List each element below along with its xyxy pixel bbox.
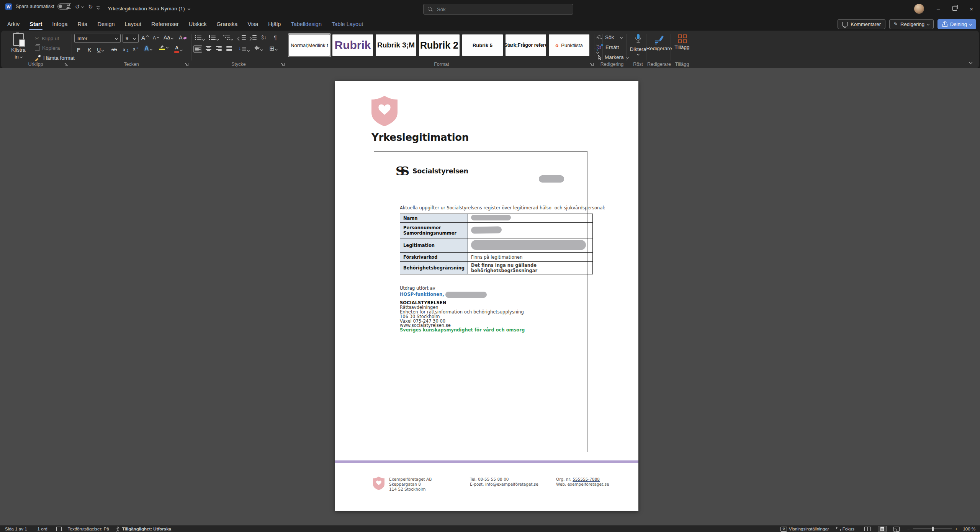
dictate-button[interactable]: Diktera [628, 34, 648, 55]
text-effects-button[interactable]: A [144, 45, 152, 52]
tab-visa[interactable]: Visa [242, 18, 263, 31]
clipboard-dialog-launcher[interactable] [65, 62, 69, 66]
word-logo-icon[interactable]: W [5, 3, 12, 10]
cut-button[interactable]: ✂ Klipp ut [35, 35, 59, 41]
strikethrough-button[interactable]: ab [111, 47, 117, 52]
tab-hjalp[interactable]: Hjälp [263, 18, 286, 31]
zoom-slider[interactable] [913, 529, 952, 529]
underline-button[interactable]: U [97, 47, 104, 53]
line-spacing-button[interactable]: ↕ [239, 46, 249, 51]
style-rubrik[interactable]: Rubrik [332, 34, 373, 56]
redo-button[interactable]: ↻ [88, 4, 93, 10]
hosp-link[interactable]: HOSP-funktionen, [400, 292, 444, 297]
web-layout-button[interactable] [893, 527, 900, 532]
accessibility-button[interactable]: Tillgänglighet: Utforska [115, 527, 171, 532]
tab-granska[interactable]: Granska [212, 18, 243, 31]
decrease-indent-button[interactable] [238, 35, 246, 40]
document-title[interactable]: Yrkeslegitimation Sara Nyman (1) [108, 6, 190, 11]
shrink-font-button[interactable]: A [153, 35, 159, 41]
align-center-button[interactable] [206, 46, 211, 51]
undo-button[interactable]: ↺ [75, 4, 83, 10]
align-right-button[interactable] [216, 46, 222, 51]
read-mode-button[interactable] [864, 527, 871, 531]
bullet-list-button[interactable] [195, 35, 205, 40]
search-input[interactable] [436, 6, 553, 13]
avatar[interactable] [914, 4, 924, 14]
autosave-control[interactable]: Spara automatiskt [16, 3, 70, 10]
justify-button[interactable] [226, 46, 232, 51]
bold-button[interactable]: F [77, 47, 80, 53]
multilevel-list-button[interactable] [223, 35, 233, 40]
print-layout-button[interactable] [878, 526, 887, 532]
font-color-button[interactable]: A [174, 45, 182, 53]
italic-button[interactable]: K [88, 47, 91, 53]
qat-overflow-button[interactable] [97, 7, 100, 9]
superscript-button[interactable]: x2 [133, 46, 139, 52]
focus-button[interactable]: Fokus [836, 527, 854, 531]
tab-infoga[interactable]: Infoga [47, 18, 72, 31]
collapse-ribbon-button[interactable] [969, 58, 972, 65]
font-size-select[interactable]: 9 [123, 34, 139, 43]
editing-mode-button[interactable]: ✎ Redigering [889, 19, 934, 29]
minimize-button[interactable]: – [937, 6, 940, 12]
paste-button[interactable]: Klistra in [7, 33, 30, 60]
highlight-button[interactable] [159, 45, 168, 50]
tab-arkiv[interactable]: Arkiv [2, 18, 25, 31]
style-punktlista[interactable]: o Punktlista [549, 34, 589, 56]
addins-button[interactable]: Tillägg [672, 34, 692, 50]
grow-font-button[interactable]: A [141, 34, 148, 41]
increase-indent-button[interactable] [249, 35, 257, 40]
share-button[interactable]: Delning [937, 19, 976, 29]
orgnr-link[interactable]: 555555-7888 [573, 477, 600, 482]
save-button[interactable] [66, 3, 71, 9]
addins-grid-icon [678, 34, 687, 43]
style-rubrik5[interactable]: Rubrik 5 [462, 34, 503, 56]
text-predictions[interactable]: Textförutsägelser: På [68, 527, 109, 531]
shading-button[interactable] [255, 46, 263, 51]
comments-button[interactable]: Kommentarer [838, 19, 885, 29]
style-normal[interactable]: Normal;Medlink t [289, 34, 330, 56]
zoom-slider-track[interactable] [913, 529, 952, 529]
chevron-down-icon [216, 38, 219, 41]
copy-button[interactable]: Kopiera [35, 45, 60, 51]
change-case-button[interactable]: Aa [164, 34, 173, 41]
font-dialog-launcher[interactable] [185, 62, 189, 66]
clear-formatting-button[interactable]: A [179, 34, 187, 41]
zoom-out-button[interactable]: − [907, 527, 910, 531]
replace-button[interactable]: ↺bc Ersätt [597, 44, 619, 50]
numbered-list-button[interactable] [209, 35, 219, 40]
close-button[interactable]: × [970, 6, 973, 12]
subscript-button[interactable]: x2 [123, 47, 129, 52]
find-button[interactable]: Sök [597, 34, 622, 40]
sort-button[interactable]: AÖ ↓ [262, 34, 267, 40]
display-settings-button[interactable]: ⚙ Visningsinställningar [780, 527, 829, 532]
word-count[interactable]: 1 ord [38, 527, 47, 531]
tab-rita[interactable]: Rita [73, 18, 93, 31]
search-box[interactable] [423, 4, 573, 15]
show-marks-button[interactable]: ¶ [274, 34, 277, 41]
tab-utskick[interactable]: Utskick [184, 18, 212, 31]
restore-button[interactable] [952, 5, 957, 12]
paragraph-dialog-launcher[interactable] [281, 62, 285, 66]
tab-layout[interactable]: Layout [120, 18, 147, 31]
tab-table-layout[interactable]: Table Layout [327, 18, 368, 31]
editor-button[interactable]: Redigerare [648, 34, 670, 51]
tab-tabelldesign[interactable]: Tabelldesign [286, 18, 327, 31]
proofing-button[interactable] [56, 527, 62, 531]
tab-referenser[interactable]: Referenser [146, 18, 184, 31]
document-page[interactable]: Yrkeslegitimation S S Socialstyrelsen Ak… [335, 81, 638, 511]
style-stark[interactable]: Stark;Frågor refere [506, 34, 546, 56]
font-name-select[interactable]: Inter [74, 34, 121, 43]
tab-design[interactable]: Design [92, 18, 119, 31]
style-rubrik2[interactable]: Rubrik 2 [419, 34, 460, 56]
format-painter-button[interactable]: Hämta format [35, 55, 75, 61]
borders-button[interactable]: ⊞ [269, 45, 277, 52]
style-rubrik3[interactable]: Rubrik 3;M [376, 34, 416, 56]
zoom-level[interactable]: 100 % [963, 527, 975, 531]
select-button[interactable]: Markera [597, 54, 628, 60]
align-left-button[interactable] [193, 45, 202, 53]
org-name: Socialstyrelsen [412, 167, 468, 175]
page-count[interactable]: Sida 1 av 1 [5, 527, 27, 531]
zoom-in-button[interactable]: + [955, 527, 958, 531]
tab-start[interactable]: Start [25, 18, 47, 31]
